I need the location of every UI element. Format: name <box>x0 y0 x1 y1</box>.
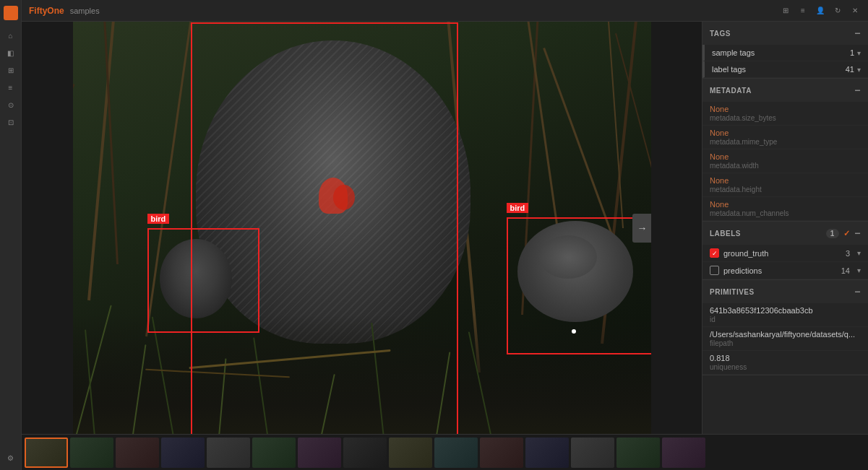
left-sidebar: ⌂ ◧ ⊞ ≡ ⊙ ⊡ ⚙ <box>0 0 22 470</box>
app-title: FiftyOne <box>29 6 64 16</box>
primitive-filepath: /Users/sashankaryal/fiftyone/datasets/q.… <box>702 327 868 351</box>
group-icon[interactable]: ⊡ <box>4 116 17 129</box>
meta-width-value: None <box>710 152 861 161</box>
label-tags-row[interactable]: label tags 41 ▾ <box>702 61 868 78</box>
thumbnail-9[interactable] <box>389 438 432 468</box>
image-viewer[interactable]: bird bird → <box>22 22 702 434</box>
thumbnail-7[interactable] <box>298 438 341 468</box>
thumbnail-5[interactable] <box>207 438 250 468</box>
ground-truth-chevron: ▾ <box>857 249 861 257</box>
predictions-count: 14 <box>841 266 850 275</box>
breadcrumb: samples <box>70 6 100 15</box>
predictions-chevron: ▾ <box>857 266 861 274</box>
image-container: bird bird → <box>73 22 651 434</box>
primitives-header: PRIMITIVES − <box>702 280 868 303</box>
labels-header-right: 1 ✓ − <box>826 227 861 239</box>
meta-num-channels: None metadata.num_channels <box>702 197 868 221</box>
primitive-uniqueness: 0.818 uniqueness <box>702 351 868 375</box>
thumbnail-strip <box>22 434 868 470</box>
ground-truth-row[interactable]: ground_truth 3 ▾ <box>702 245 868 262</box>
filter-icon[interactable]: ≡ <box>4 81 17 94</box>
ground-truth-count: 3 <box>846 249 850 258</box>
tags-header: TAGS − <box>702 22 868 45</box>
sample-tags-right: 1 ▾ <box>850 48 861 57</box>
app-logo <box>4 6 18 20</box>
dataset-icon[interactable]: ◧ <box>4 46 17 59</box>
tags-collapse-icon[interactable]: − <box>854 27 861 39</box>
label-tags-label: label tags <box>712 65 746 74</box>
meta-height-value: None <box>710 176 861 185</box>
ground-truth-checkbox[interactable] <box>710 248 719 258</box>
sample-tags-row[interactable]: sample tags 1 ▾ <box>702 45 868 61</box>
top-bar: FiftyOne samples ⊞ ≡ 👤 ↻ ✕ <box>22 0 868 22</box>
meta-height-key: metadata.height <box>710 186 861 193</box>
meta-width-key: metadata.width <box>710 162 861 170</box>
image-background: bird bird <box>73 22 651 434</box>
metadata-section: METADATA − None metadata.size_bytes None… <box>702 79 868 222</box>
thumbnail-8[interactable] <box>343 438 387 468</box>
bbox-bird2-label: bird <box>507 203 529 213</box>
refresh-icon[interactable]: ↻ <box>832 5 843 17</box>
thumbnail-6[interactable] <box>252 438 296 468</box>
meta-width: None metadata.width <box>702 149 868 173</box>
meta-mime-type-key: metadata.mime_type <box>710 138 861 146</box>
tag-icon[interactable]: ⊞ <box>4 64 17 77</box>
sample-tags-label: sample tags <box>712 48 755 57</box>
thumbnail-10[interactable] <box>434 438 478 468</box>
meta-num-channels-value: None <box>710 200 861 209</box>
thumbnail-14[interactable] <box>616 438 660 468</box>
meta-size-bytes: None metadata.size_bytes <box>702 102 868 126</box>
meta-size-bytes-value: None <box>710 105 861 113</box>
close-icon[interactable]: ✕ <box>849 5 861 17</box>
meta-mime-type: None metadata.mime_type <box>702 126 868 149</box>
primitive-id-key: id <box>710 315 861 323</box>
label-tags-right: 41 ▾ <box>846 65 861 74</box>
primitives-title: PRIMITIVES <box>710 288 755 296</box>
thumbnail-1[interactable] <box>25 438 68 468</box>
thumbnail-11[interactable] <box>480 438 523 468</box>
primitive-uniqueness-value: 0.818 <box>710 354 861 362</box>
predictions-checkbox[interactable] <box>710 266 719 275</box>
bbox-bird2: bird <box>507 217 651 354</box>
settings-icon[interactable]: ⚙ <box>4 451 17 464</box>
labels-collapse-icon[interactable]: − <box>854 227 861 239</box>
next-image-arrow[interactable]: → <box>632 214 651 243</box>
tags-section: TAGS − sample tags 1 ▾ label tags 41 ▾ <box>702 22 868 79</box>
bbox-bird3-label: bird <box>147 214 170 224</box>
tags-title: TAGS <box>710 30 731 38</box>
primitive-id-value: 641b3a8653f12306cbaab3cb <box>710 306 861 315</box>
thumbnail-12[interactable] <box>525 438 569 468</box>
metadata-header: METADATA − <box>702 79 868 102</box>
meta-size-bytes-key: metadata.size_bytes <box>710 114 861 122</box>
label-tags-count: 41 <box>846 65 854 74</box>
list-view-icon[interactable]: ≡ <box>797 5 809 17</box>
bbox-bird3: bird <box>147 228 259 333</box>
sample-tags-count: 1 <box>850 48 854 57</box>
metadata-collapse-icon[interactable]: − <box>854 84 861 96</box>
right-panel: TAGS − sample tags 1 ▾ label tags 41 ▾ <box>702 22 868 434</box>
thumbnail-4[interactable] <box>161 438 205 468</box>
thumbnail-3[interactable] <box>116 438 159 468</box>
thumbnail-15[interactable] <box>662 438 705 468</box>
meta-height: None metadata.height <box>702 173 868 197</box>
home-icon[interactable]: ⌂ <box>4 29 17 42</box>
user-icon[interactable]: 👤 <box>815 5 826 17</box>
primitive-uniqueness-key: uniqueness <box>710 363 861 371</box>
grid-view-icon[interactable]: ⊞ <box>780 5 791 17</box>
metadata-title: METADATA <box>710 87 752 95</box>
thumbnail-13[interactable] <box>571 438 614 468</box>
sample-tags-chevron: ▾ <box>857 49 861 57</box>
predictions-row[interactable]: predictions 14 ▾ <box>702 262 868 279</box>
primitives-collapse-icon[interactable]: − <box>854 286 861 297</box>
thumbnail-2[interactable] <box>70 438 113 468</box>
label-tags-chevron: ▾ <box>857 66 861 74</box>
primitive-id: 641b3a8653f12306cbaab3cb id <box>702 303 868 327</box>
cursor-indicator <box>572 329 576 334</box>
content-area: bird bird → TAGS − <box>22 22 868 434</box>
meta-num-channels-key: metadata.num_channels <box>710 209 861 217</box>
ground-truth-label: ground_truth <box>723 249 841 258</box>
labels-check-icon: ✓ <box>843 229 851 238</box>
labels-header: LABELS 1 ✓ − <box>702 222 868 245</box>
labels-count-badge: 1 <box>826 229 839 238</box>
search-icon[interactable]: ⊙ <box>4 98 17 111</box>
